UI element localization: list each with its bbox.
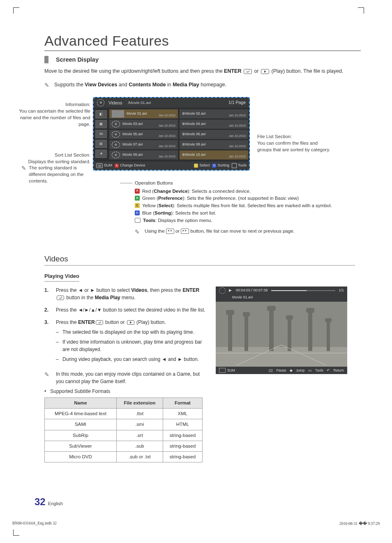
step-num: 2. xyxy=(44,306,50,314)
reel-icon: ⊛ xyxy=(112,121,120,127)
tools-icon xyxy=(232,163,237,168)
step2: Press the ◄/►/▲/▼ button to select the d… xyxy=(56,306,205,314)
svg-rect-17 xyxy=(327,320,330,351)
intro-enter: ENTER xyxy=(224,68,241,74)
table-row: SubViewer.substring-based xyxy=(45,441,203,451)
reel-icon: ⊛ xyxy=(112,152,120,158)
footer-right: 2010-08-31 �� 9:37:29 xyxy=(339,521,380,526)
sub3: During video playback, you can search us… xyxy=(62,356,199,363)
enter-icon xyxy=(244,69,252,74)
file-item[interactable]: ⊛Movie 09.aviJan.10.2010 xyxy=(109,150,178,159)
svg-rect-12 xyxy=(267,306,276,311)
tv-screenshot-panel: ⊛ Videos /Movie 01.avi 1/1 Page ◧ ▦ 30 ▤… xyxy=(93,97,250,171)
play-icon xyxy=(261,69,269,74)
th-ext: File extension xyxy=(116,397,163,408)
n1c: and xyxy=(119,82,129,88)
forward-icon xyxy=(181,229,189,234)
op-green: Green (Preference): Sets the file prefer… xyxy=(142,195,299,202)
file-item[interactable]: Movie 01.aviJan.10.2010 xyxy=(109,109,178,118)
player-page: 1/1 xyxy=(339,288,344,293)
dash: – xyxy=(56,356,59,363)
crop-mark-tl xyxy=(13,7,19,14)
step1: Press the ◄ or ► button to select Videos… xyxy=(56,287,207,301)
file-item[interactable]: ⊛Movie 05.aviJan.10.2010 xyxy=(109,130,178,139)
op-tools: Tools: Displays the option menu. xyxy=(143,217,212,224)
note1: Supports the View Devices and Contents M… xyxy=(54,81,226,89)
file-item[interactable]: ⊛Movie 06.aviJan.10.2010 xyxy=(180,130,248,139)
svg-rect-16 xyxy=(306,308,314,313)
reel-icon: ⊛ xyxy=(182,111,185,116)
sort-icon[interactable]: ▤ xyxy=(95,140,107,148)
svg-rect-10 xyxy=(243,312,250,317)
player-file: Movie 01.avi xyxy=(216,295,347,302)
videos-reel-icon: ⊛ xyxy=(97,99,104,106)
svg-rect-8 xyxy=(226,310,234,315)
sub2: If video time information is unknown, pl… xyxy=(62,338,207,353)
op-red: Red (Change Device): Selects a connected… xyxy=(142,188,251,195)
playing-video-title: Playing Video xyxy=(44,272,79,282)
reel-icon xyxy=(219,287,226,294)
reel-icon: ⊛ xyxy=(182,142,185,147)
intro-span: Move to the desired file using the up/do… xyxy=(44,68,224,74)
file-item[interactable]: ⊛Movie 03.aviJan.10.2010 xyxy=(109,120,178,129)
file-item[interactable]: ⊛Movie 10.aviJan.10.2010 xyxy=(180,150,248,159)
file-list: Movie 01.aviJan.10.2010⊛Movie 02.aviJan.… xyxy=(108,108,249,162)
sort-icon[interactable]: ★ xyxy=(95,150,107,158)
reel-icon: ⊛ xyxy=(182,132,185,137)
sort-icon[interactable]: ▦ xyxy=(95,120,107,128)
yellow-c-icon: C xyxy=(135,203,140,208)
reel-icon: ⊛ xyxy=(182,121,185,127)
file-item[interactable]: ⊛Movie 04.aviJan.10.2010 xyxy=(180,120,248,129)
foot-sorting[interactable]: Sorting xyxy=(217,163,229,169)
th-name: Name xyxy=(45,397,117,408)
dash: – xyxy=(56,328,59,336)
player-sum: SUM xyxy=(227,368,235,373)
sort-icons-column: ◧ ▦ 30 ▤ ★ xyxy=(94,108,108,162)
videos-heading: Videos xyxy=(44,254,380,263)
file-item[interactable]: ⊛Movie 02.aviJan.10.2010 xyxy=(180,109,248,118)
sort-icon[interactable]: 30 xyxy=(95,130,107,138)
page-number: 32English xyxy=(35,496,63,508)
play-icon xyxy=(127,320,134,325)
hand-icon: ✎ xyxy=(135,228,142,237)
file-item[interactable]: ⊛Movie 07.aviJan.10.2010 xyxy=(109,140,178,149)
svg-rect-11 xyxy=(269,308,274,351)
videos-rule xyxy=(44,265,355,266)
svg-rect-18 xyxy=(325,318,332,322)
filelist-label-title: File List Section: xyxy=(257,133,331,140)
game-note: In this mode, you can enjoy movie clips … xyxy=(56,370,207,385)
n1g: homepage. xyxy=(201,82,226,88)
dash: – xyxy=(56,338,59,353)
svg-rect-15 xyxy=(308,310,312,351)
panel-page: 1/1 Page xyxy=(228,99,246,106)
foot-change[interactable]: Change Device xyxy=(120,163,145,169)
step-num: 3. xyxy=(44,319,50,365)
info-label-title: Information: xyxy=(12,101,90,108)
red-a-icon: A xyxy=(135,189,140,194)
subtitle-table: NameFile extensionFormat MPEG-4 time-bas… xyxy=(44,397,203,463)
intro-mid: or xyxy=(254,68,260,74)
filelist-label-body: You can confirm the files and groups tha… xyxy=(257,140,331,153)
crop-mark-tr xyxy=(358,7,364,14)
svg-rect-9 xyxy=(244,314,248,351)
op-yellow: Yellow (Select): Selects multiple files … xyxy=(142,202,332,210)
hand-icon: ✎ xyxy=(44,370,52,385)
foot-tools[interactable]: Tools xyxy=(238,163,247,169)
op-buttons-title: Operation Buttons xyxy=(135,180,355,187)
foot-sum: SUM xyxy=(104,163,112,169)
svg-rect-3 xyxy=(96,321,103,325)
intro-text: Move to the desired file using the up/do… xyxy=(44,67,355,75)
red-a-icon: A xyxy=(115,164,119,168)
reel-icon: ⊛ xyxy=(182,152,185,157)
player-time: 00:04:03 / 00:07:38 xyxy=(236,288,268,293)
sort-label-title: Sort List Section: xyxy=(28,152,91,158)
play-triangle-icon: ▶ xyxy=(229,288,232,293)
rewind-icon xyxy=(166,229,174,234)
subtitle-formats: Supported Subtitle Formats xyxy=(50,388,110,395)
sort-label-body: Displays the sorting standard. xyxy=(28,158,91,165)
step3: Press the ENTER button or (Play) button. xyxy=(56,319,166,325)
step-num: 1. xyxy=(44,287,50,301)
file-item[interactable]: ⊛Movie 08.aviJan.10.2010 xyxy=(180,140,248,149)
foot-select[interactable]: Select xyxy=(199,163,210,169)
sort-icon[interactable]: ◧ xyxy=(95,110,107,118)
